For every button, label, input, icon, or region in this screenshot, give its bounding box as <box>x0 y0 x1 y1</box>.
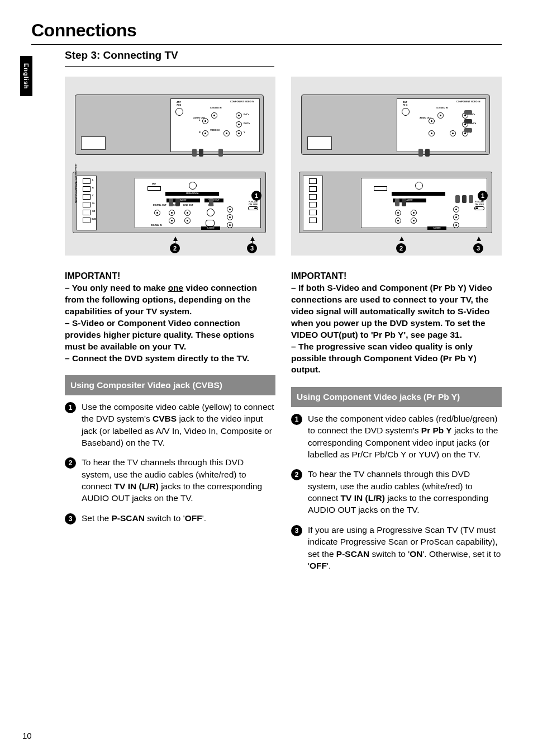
lbl-sp-sl: SL <box>92 202 95 205</box>
mw-box <box>147 186 161 191</box>
prcr-jack <box>236 112 242 119</box>
l3-b1: P-SCAN <box>111 513 144 523</box>
tv-jack-panel: ANT 75 Ω COMPONENT VIDEO IN S-VIDEO IN A… <box>170 98 260 152</box>
step-num-3: 3 <box>65 513 76 525</box>
sp-sr <box>83 210 91 215</box>
lbl-spk-hdr: WOOFER SURROUND CENTER FRONT <box>75 149 77 203</box>
r2-b1: TV IN (L/R) <box>341 493 385 503</box>
lbl-R: R <box>199 131 201 134</box>
lbl-y: Y <box>244 131 245 134</box>
lbl-comp: COMPONENT VIDEO IN <box>230 101 254 103</box>
left-column: ANT 75 Ω COMPONENT VIDEO IN S-VIDEO IN A… <box>65 77 275 579</box>
dvd-rear: WOOFER SURROUND CENTER FRONT L R C SL SR… <box>73 172 266 233</box>
lbl-mw: MW <box>152 183 156 185</box>
r3-mid: switch to ' <box>369 549 410 559</box>
badge-2-r: 2 <box>396 243 406 253</box>
tvin-r-jack <box>169 218 175 224</box>
plug-pr-tv <box>464 110 472 115</box>
l3-mid: switch to ' <box>145 513 185 523</box>
lbl-svideo-r: S-VIDEO <box>427 226 446 230</box>
l3-post: '. <box>202 513 206 523</box>
arrow-2 <box>173 237 178 241</box>
plug-audio-l <box>192 149 197 157</box>
page-title: Connections <box>31 20 502 41</box>
plug-pb-dvd <box>462 195 467 203</box>
left-step-3: 3 Set the P-SCAN switch to 'OFF'. <box>65 512 275 525</box>
l1-b1: CVBS <box>153 414 177 423</box>
lbl-L: L <box>199 119 200 121</box>
l2-b1: TV IN (L/R) <box>115 481 159 491</box>
audio-r-jack-r <box>429 130 435 136</box>
badge-3: 3 <box>247 243 257 253</box>
lbl-comp-r: COMPONENT VIDEO IN <box>456 101 480 103</box>
plug-tvin-l-r <box>395 199 399 206</box>
important-body-right: – If both S-Video and Component (Pr Pb Y… <box>291 282 502 376</box>
important-heading-left: IMPORTANT! <box>65 271 275 281</box>
audio-l-jack <box>202 118 208 124</box>
cvbs-jack <box>207 209 215 216</box>
r3-b3: OFF <box>310 561 327 570</box>
plug-tvin-r <box>175 199 180 206</box>
plug-pb-tv <box>464 119 472 124</box>
diagram-component: ANT 75 Ω COMPONENT VIDEO IN S-VIDEO IN A… <box>291 77 502 256</box>
important-body-left: – You only need to make one video connec… <box>65 282 275 364</box>
sp-sub <box>83 218 91 223</box>
title-rule <box>31 44 502 45</box>
right-column: ANT 75 Ω COMPONENT VIDEO IN S-VIDEO IN A… <box>291 77 502 579</box>
sp-c-r <box>309 194 317 200</box>
lineout-l-jack <box>184 210 191 216</box>
step-num-2: 2 <box>65 457 76 469</box>
sp-sl-r <box>309 202 317 207</box>
pb-jack <box>227 214 233 220</box>
sp-r <box>83 186 91 192</box>
page-number: 10 <box>22 731 32 740</box>
important-heading-right: IMPORTANT! <box>291 271 502 281</box>
left-step-1-text: Use the composite video cable (yellow) t… <box>82 401 275 449</box>
lineout-l-jack-r <box>411 210 417 216</box>
fm-bar-r <box>392 192 445 196</box>
pscan-block: P-SCAN ON OFF <box>248 200 258 211</box>
svideo-in-jack-r <box>437 112 444 119</box>
speaker-col-r <box>303 176 323 230</box>
speaker-terminal-column: WOOFER SURROUND CENTER FRONT L R C SL SR… <box>77 176 97 230</box>
lbl-lineout: LINE OUT <box>183 204 193 206</box>
y-jack <box>236 130 242 136</box>
lbl-sp-c: C <box>92 195 94 197</box>
plug-cvbs <box>209 199 213 206</box>
tv-label-panel-r <box>307 136 332 150</box>
sp-l-r <box>309 178 317 184</box>
pr-jack <box>227 206 233 212</box>
imp-l-one: one <box>168 283 184 292</box>
right-step-1: 1 Use the component video cables (red/bl… <box>291 413 502 461</box>
pr-jack-r <box>453 206 459 212</box>
lbl-videoin: VIDEO IN <box>210 129 220 131</box>
lbl-digin: DIGITAL IN <box>151 224 162 226</box>
r-step-num-3: 3 <box>291 525 302 536</box>
lbl-svid-in: S-VIDEO IN <box>210 107 221 109</box>
badge-1: 1 <box>251 191 261 201</box>
tv-rear-r: ANT 75 Ω COMPONENT VIDEO IN S-VIDEO IN A… <box>301 94 490 155</box>
right-step-2: 2 To hear the TV channels through this D… <box>291 468 502 516</box>
r1-b1: Pr Pb Y <box>421 426 452 435</box>
right-step-3-text: If you are using a Progressive Scan TV (… <box>308 524 502 572</box>
y-out-jack-r <box>453 222 459 228</box>
lbl-sp-sub: SUB <box>92 218 96 220</box>
lbl-ant-r: ANT <box>403 101 407 103</box>
right-step-2-text: To hear the TV channels through this DVD… <box>308 468 502 516</box>
left-step-2-text: To hear the TV channels through this DVD… <box>82 456 275 504</box>
arrow-2-r <box>399 237 404 241</box>
imp-l-2: – S-Video or Component Video connection … <box>65 318 254 351</box>
tvin-r-jack-r <box>395 218 401 224</box>
tvin-l-jack <box>169 210 175 216</box>
fm-ring <box>189 182 197 190</box>
lbl-off: OFF <box>253 203 258 206</box>
section-bar-cvbs: Using Compositer Video jack (CVBS) <box>65 375 275 395</box>
ant-jack-r <box>402 108 410 116</box>
lbl-sp-r: R <box>92 187 94 189</box>
arrow-3-r <box>477 237 481 241</box>
imp-l-3: – Connect the DVD system directly to the… <box>65 353 249 363</box>
plug-y-dvd <box>469 195 473 203</box>
sp-sub-r <box>309 218 317 223</box>
left-step-3-text: Set the P-SCAN switch to 'OFF'. <box>82 512 206 524</box>
plug-audio-r-r <box>425 149 430 157</box>
